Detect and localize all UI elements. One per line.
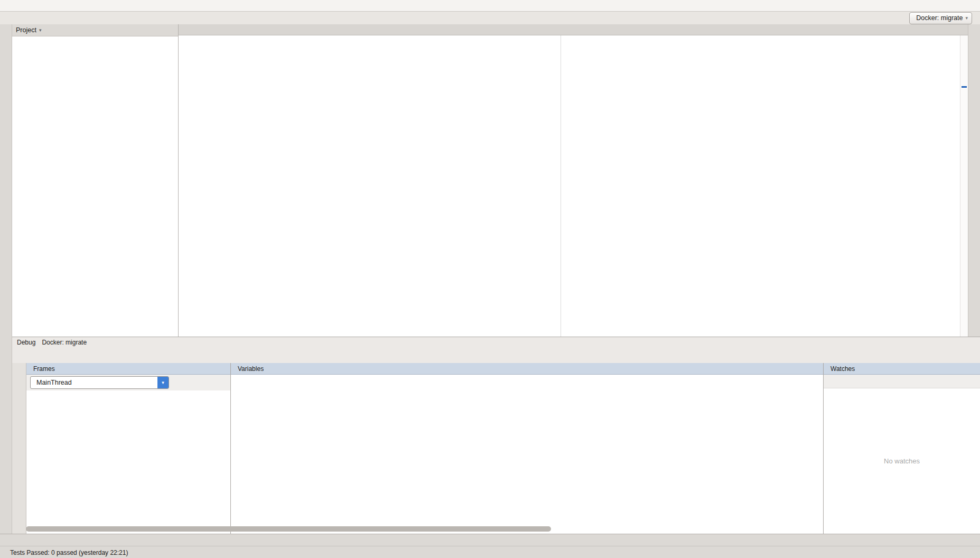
status-message: Tests Passed: 0 passed (yesterday 22:21) bbox=[10, 549, 128, 556]
chevron-down-icon: ▾ bbox=[965, 15, 968, 21]
watches-panel: Watches No watches bbox=[824, 363, 980, 534]
debug-header: Debug Docker: migrate bbox=[12, 337, 980, 348]
thread-name: MainThread bbox=[36, 379, 72, 386]
navigation-bar: Docker: migrate ▾ bbox=[0, 12, 980, 25]
variables-panel-header: Variables bbox=[231, 363, 823, 375]
debug-run-config: Docker: migrate bbox=[42, 339, 87, 346]
thread-combo[interactable]: MainThread ▼ bbox=[30, 376, 169, 389]
run-configuration-label: Docker: migrate bbox=[916, 14, 963, 22]
code-editor[interactable] bbox=[179, 35, 960, 337]
debug-tool-window: Debug Docker: migrate Frames MainThread … bbox=[12, 337, 980, 534]
tool-window-bar bbox=[0, 534, 980, 546]
right-margin-line bbox=[561, 35, 561, 337]
variables-panel: Variables bbox=[231, 363, 824, 534]
execution-marker bbox=[962, 86, 967, 88]
debug-side-toolbar bbox=[12, 363, 26, 534]
project-panel-header: Project ▾ bbox=[12, 24, 178, 36]
project-tree bbox=[12, 36, 178, 337]
editor-tab-bar bbox=[179, 24, 968, 35]
watches-title: Watches bbox=[830, 365, 855, 373]
watches-toolbar bbox=[824, 375, 980, 388]
thread-selector-row: MainThread ▼ bbox=[26, 375, 230, 390]
watches-empty-text: No watches bbox=[824, 457, 980, 465]
combo-dropdown-button[interactable]: ▼ bbox=[157, 377, 169, 388]
variables-title: Variables bbox=[238, 365, 264, 373]
debug-content: Frames MainThread ▼ Variables bbox=[12, 363, 980, 534]
frames-panel-header: Frames bbox=[26, 363, 230, 375]
main-toolbar: Docker: migrate ▾ bbox=[909, 12, 976, 24]
project-panel-title: Project bbox=[16, 26, 36, 34]
editor-area bbox=[179, 24, 968, 337]
frames-panel: Frames MainThread ▼ bbox=[26, 363, 231, 534]
debug-title: Debug bbox=[17, 339, 35, 346]
left-tool-stripe bbox=[0, 24, 12, 534]
project-tool-window: Project ▾ bbox=[12, 24, 179, 337]
run-configuration-select[interactable]: Docker: migrate ▾ bbox=[909, 12, 972, 24]
debug-tab-bar bbox=[12, 348, 980, 362]
watches-panel-header: Watches bbox=[824, 363, 980, 375]
debug-horizontal-scrollbar[interactable] bbox=[26, 526, 551, 532]
status-bar: Tests Passed: 0 passed (yesterday 22:21) bbox=[0, 546, 980, 558]
chevron-down-icon[interactable]: ▾ bbox=[39, 27, 42, 33]
menu-bar bbox=[0, 0, 980, 12]
frames-title: Frames bbox=[33, 365, 55, 373]
editor-scrollbar[interactable] bbox=[960, 35, 968, 337]
